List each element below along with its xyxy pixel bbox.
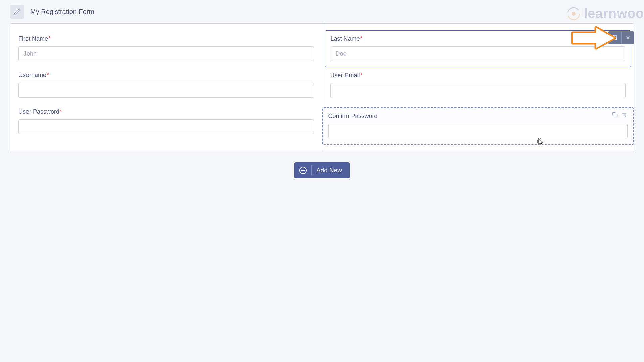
brand-logo-text: learnwoo [584,6,644,21]
required-marker: * [60,108,62,115]
plus-icon [299,167,307,174]
field-label: User Password* [18,108,314,115]
field-label: Username* [18,72,314,79]
field-user-email[interactable]: User Email* [330,67,626,104]
user-email-input[interactable] [330,83,626,98]
field-label: User Email* [330,72,626,79]
required-marker: * [47,72,49,78]
form-canvas: First Name* Username* User Password* Las… [10,23,634,152]
svg-rect-7 [614,114,617,117]
column-left[interactable]: First Name* Username* User Password* [10,24,322,152]
add-new-label: Add New [316,167,342,174]
trash-icon [622,112,627,117]
field-label: First Name* [18,35,314,42]
copy-icon [612,112,618,117]
add-new-button[interactable]: Add New [294,162,350,178]
svg-point-2 [572,12,576,16]
required-marker: * [48,35,51,42]
form-title: My Registration Form [30,8,94,16]
required-marker: * [360,72,363,79]
duplicate-button[interactable] [612,112,618,119]
field-user-password[interactable]: User Password* [18,104,314,140]
required-marker: * [360,35,363,42]
brand-watermark: learnwoo [566,6,644,21]
annotation-arrow-icon [571,26,618,50]
delete-button[interactable] [622,112,627,119]
field-action-icons [612,112,627,119]
field-label: Confirm Password [328,113,628,120]
pencil-icon [14,9,20,15]
field-confirm-password[interactable]: Confirm Password [322,107,634,145]
confirm-password-input[interactable] [328,124,628,138]
user-password-input[interactable] [18,119,314,134]
brand-logo-icon [566,6,581,21]
edit-form-button[interactable] [10,5,24,19]
username-input[interactable] [18,83,314,98]
field-username[interactable]: Username* [18,67,314,104]
field-first-name[interactable]: First Name* [18,31,314,67]
first-name-input[interactable] [18,46,314,61]
add-new-wrapper: Add New [0,162,644,178]
divider [311,165,312,175]
close-icon [626,35,630,40]
form-builder-header: My Registration Form [0,0,644,23]
remove-button[interactable] [621,31,634,44]
